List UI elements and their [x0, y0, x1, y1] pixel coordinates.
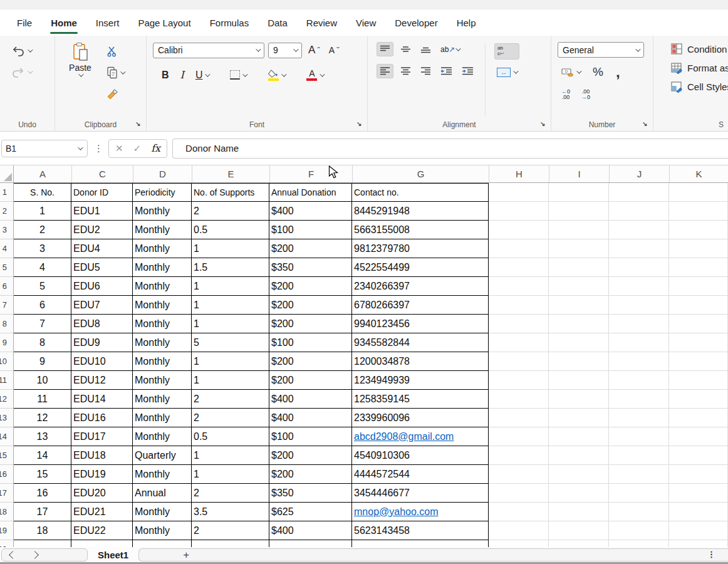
table-cell[interactable]: Monthly: [133, 277, 192, 296]
row-header-15[interactable]: 15: [0, 446, 14, 465]
empty-cell[interactable]: [489, 221, 549, 239]
empty-cell[interactable]: [489, 484, 549, 503]
column-header-E[interactable]: E: [192, 165, 270, 182]
table-cell[interactable]: 3.5: [192, 503, 269, 521]
empty-cell[interactable]: [669, 409, 728, 427]
number-dialog-launcher[interactable]: ↘: [642, 121, 649, 128]
empty-cell[interactable]: [669, 465, 728, 484]
menu-tab-data[interactable]: Data: [258, 9, 297, 36]
table-cell[interactable]: EDU18: [71, 446, 133, 465]
table-header-cell[interactable]: Periodicity: [133, 183, 192, 202]
table-cell[interactable]: 2: [192, 484, 269, 503]
row-header-14[interactable]: 14: [0, 427, 14, 446]
table-header-cell[interactable]: S. No.: [13, 183, 71, 202]
empty-cell[interactable]: [489, 277, 549, 296]
column-header-H[interactable]: H: [489, 165, 549, 182]
table-cell[interactable]: 2: [192, 409, 269, 427]
table-cell[interactable]: EDU4: [71, 239, 133, 258]
empty-cell[interactable]: [549, 352, 609, 371]
undo-dropdown-icon[interactable]: [28, 47, 33, 52]
empty-cell[interactable]: [669, 390, 728, 409]
table-cell[interactable]: Monthly: [133, 521, 192, 540]
undo-button[interactable]: [9, 43, 55, 58]
table-cell[interactable]: 12: [13, 409, 71, 427]
comma-style-button[interactable]: ,: [613, 67, 623, 77]
table-cell[interactable]: EDU10: [71, 352, 133, 371]
table-cell[interactable]: 6780266397: [352, 296, 489, 315]
align-left-button[interactable]: [377, 64, 393, 78]
table-cell[interactable]: Monthly: [133, 427, 192, 446]
table-cell[interactable]: EDU12: [71, 371, 133, 390]
table-cell[interactable]: 9: [13, 352, 71, 371]
table-cell[interactable]: EDU20: [71, 484, 133, 503]
empty-cell[interactable]: [549, 315, 609, 333]
empty-cell[interactable]: [669, 521, 728, 540]
table-cell[interactable]: 8445291948: [352, 202, 489, 221]
row-header-9[interactable]: 9: [0, 333, 14, 352]
table-cell[interactable]: Monthly: [133, 390, 192, 409]
table-cell[interactable]: 1234949939: [352, 371, 489, 390]
table-header-cell[interactable]: Donor ID: [71, 183, 133, 202]
empty-cell[interactable]: [489, 202, 549, 221]
orientation-dropdown-icon[interactable]: [456, 46, 461, 51]
empty-cell[interactable]: [549, 409, 609, 427]
empty-cell[interactable]: [549, 446, 609, 465]
empty-cell[interactable]: [609, 352, 669, 371]
empty-cell[interactable]: [489, 296, 549, 315]
font-color-button[interactable]: A: [304, 68, 326, 83]
font-size-combo[interactable]: 9: [268, 43, 302, 58]
accounting-dropdown-icon[interactable]: [576, 68, 581, 73]
formula-input[interactable]: Donor Name: [172, 138, 728, 159]
align-right-button[interactable]: [418, 65, 434, 78]
empty-cell[interactable]: [609, 258, 669, 277]
row-header-8[interactable]: 8: [0, 315, 14, 333]
empty-cell[interactable]: [669, 239, 728, 258]
name-box[interactable]: B1: [1, 140, 88, 157]
table-cell[interactable]: 8: [13, 333, 71, 352]
empty-cell[interactable]: [489, 465, 549, 484]
increase-decimal-button[interactable]: .00→0: [579, 87, 593, 103]
column-header-A[interactable]: A: [14, 165, 72, 182]
fill-color-button[interactable]: [265, 68, 288, 83]
row-header-4[interactable]: 4: [0, 239, 14, 258]
insert-function-icon[interactable]: fx: [151, 142, 160, 154]
table-cell[interactable]: 10: [13, 371, 71, 390]
table-cell[interactable]: 5623143458: [352, 521, 489, 540]
table-cell[interactable]: 2: [192, 202, 269, 221]
table-cell[interactable]: 9345582844: [352, 333, 489, 352]
table-cell[interactable]: EDU14: [71, 390, 133, 409]
table-cell[interactable]: 1.5: [192, 258, 269, 277]
underline-button[interactable]: U: [193, 68, 212, 83]
empty-cell[interactable]: [669, 277, 728, 296]
table-cell[interactable]: Monthly: [133, 333, 192, 352]
bold-button[interactable]: B: [159, 68, 172, 83]
table-cell[interactable]: 4522554499: [352, 258, 489, 277]
table-cell[interactable]: Monthly: [133, 258, 192, 277]
new-sheet-button[interactable]: +: [183, 549, 189, 561]
row-header-13[interactable]: 13: [0, 409, 14, 427]
table-cell[interactable]: $400: [269, 390, 352, 409]
table-cell[interactable]: Quarterly: [133, 446, 192, 465]
table-cell[interactable]: 18: [13, 521, 71, 540]
empty-cell[interactable]: [549, 296, 609, 315]
table-cell[interactable]: 1: [192, 446, 269, 465]
empty-cell[interactable]: [609, 503, 669, 521]
column-header-C[interactable]: C: [72, 165, 133, 182]
table-cell[interactable]: 5: [192, 333, 269, 352]
format-painter-button[interactable]: [104, 86, 127, 101]
table-cell[interactable]: $400: [269, 409, 352, 427]
empty-cell[interactable]: [609, 465, 669, 484]
empty-cell[interactable]: [609, 221, 669, 239]
empty-cell[interactable]: [609, 484, 669, 503]
empty-cell[interactable]: [609, 277, 669, 296]
table-cell[interactable]: 16: [13, 484, 71, 503]
empty-cell[interactable]: [489, 371, 549, 390]
empty-cell[interactable]: [609, 427, 669, 446]
table-cell[interactable]: Monthly: [133, 371, 192, 390]
empty-cell[interactable]: [549, 484, 609, 503]
table-cell[interactable]: 1: [192, 296, 269, 315]
menu-tab-insert[interactable]: Insert: [86, 9, 129, 36]
table-cell[interactable]: $350: [269, 258, 352, 277]
decrease-decimal-button[interactable]: ←0.00: [559, 87, 573, 103]
table-cell[interactable]: 5: [13, 277, 71, 296]
